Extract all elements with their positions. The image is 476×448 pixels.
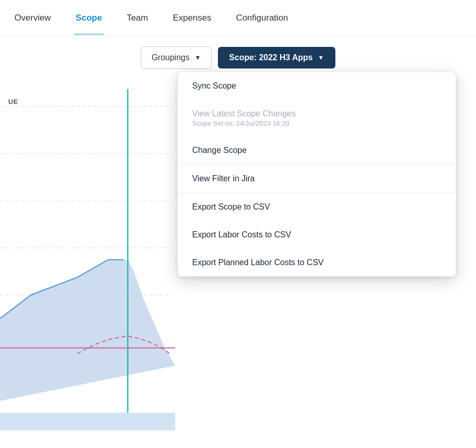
nav-item-overview[interactable]: Overview: [12, 2, 53, 35]
page-container: Overview Scope Team Expenses Configurati…: [0, 0, 476, 448]
menu-item-sync-scope[interactable]: Sync Scope: [178, 72, 456, 100]
menu-item-change-scope[interactable]: Change Scope: [178, 136, 456, 164]
top-nav: Overview Scope Team Expenses Configurati…: [0, 0, 476, 36]
dropdown-menu: Sync Scope View Latest Scope Changes Sco…: [178, 72, 456, 277]
nav-item-team[interactable]: Team: [125, 2, 150, 35]
nav-item-scope[interactable]: Scope: [74, 2, 104, 35]
view-latest-subtitle: Scope Set on: 24/Jul/2023 16:20: [192, 119, 441, 127]
menu-item-export-planned-labor-csv[interactable]: Export Planned Labor Costs to CSV: [178, 249, 456, 277]
svg-rect-9: [0, 412, 175, 430]
menu-item-export-scope-csv[interactable]: Export Scope to CSV: [178, 193, 456, 221]
menu-item-export-labor-csv[interactable]: Export Labor Costs to CSV: [178, 221, 456, 249]
menu-item-view-latest: View Latest Scope Changes Scope Set on: …: [178, 100, 456, 136]
nav-item-expenses[interactable]: Expenses: [171, 2, 213, 35]
menu-item-view-filter[interactable]: View Filter in Jira: [178, 165, 456, 193]
nav-item-configuration[interactable]: Configuration: [234, 2, 290, 35]
svg-marker-6: [0, 260, 175, 401]
